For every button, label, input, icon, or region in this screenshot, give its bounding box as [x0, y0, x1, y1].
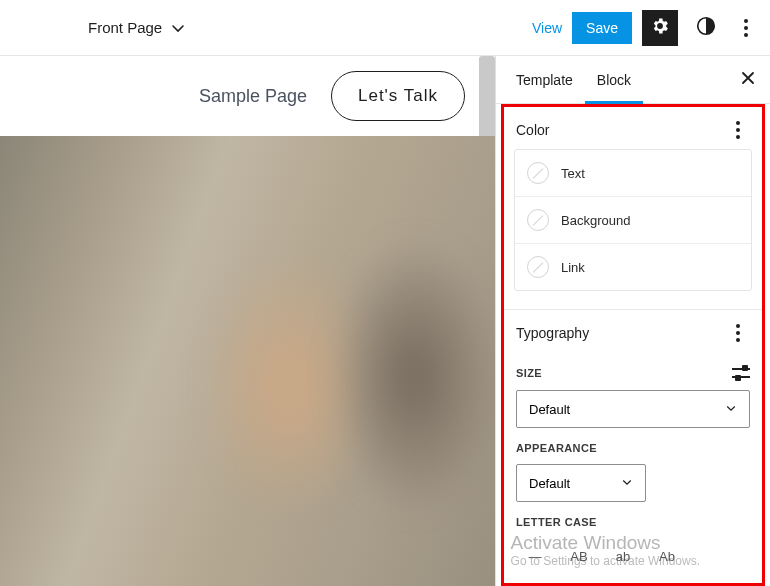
appearance-value: Default — [529, 476, 570, 491]
case-none-button[interactable]: — — [516, 540, 554, 572]
close-icon — [740, 72, 756, 89]
close-panel-button[interactable] — [734, 64, 762, 96]
save-button[interactable]: Save — [572, 12, 632, 44]
size-label-row: SIZE — [504, 352, 762, 386]
page-selector[interactable]: Front Page — [18, 19, 186, 36]
settings-button[interactable] — [642, 10, 678, 46]
color-title: Color — [516, 122, 549, 138]
color-item-text[interactable]: Text — [515, 150, 751, 197]
color-item-background[interactable]: Background — [515, 197, 751, 244]
chevron-down-icon — [621, 476, 633, 491]
more-menu-button[interactable] — [734, 19, 758, 37]
lettercase-label: LETTER CASE — [516, 516, 597, 528]
toolbar-actions: View Save — [532, 10, 758, 46]
color-label: Background — [561, 213, 630, 228]
swatch-icon — [527, 209, 549, 231]
panel-tabs: Template Block — [496, 56, 770, 104]
case-capitalize-button[interactable]: Ab — [648, 540, 686, 572]
styles-button[interactable] — [688, 10, 724, 46]
color-options: Text Background Link — [514, 149, 752, 291]
cta-button[interactable]: Let's Talk — [331, 71, 465, 121]
swatch-icon — [527, 162, 549, 184]
nav-link-sample[interactable]: Sample Page — [199, 86, 307, 107]
size-label: SIZE — [516, 367, 542, 379]
tab-template[interactable]: Template — [504, 56, 585, 103]
case-upper-button[interactable]: AB — [560, 540, 598, 572]
sliders-icon[interactable] — [732, 366, 750, 380]
letter-case-options: — AB ab Ab — [504, 534, 762, 572]
typography-title: Typography — [516, 325, 589, 341]
chevron-down-icon — [170, 20, 186, 36]
case-lower-button[interactable]: ab — [604, 540, 642, 572]
appearance-label: APPEARANCE — [516, 442, 597, 454]
swatch-icon — [527, 256, 549, 278]
scrollbar-thumb[interactable] — [479, 56, 495, 146]
color-menu-button[interactable] — [726, 121, 750, 139]
gear-icon — [650, 16, 670, 40]
appearance-select[interactable]: Default — [516, 464, 646, 502]
site-header: Sample Page Let's Talk — [0, 56, 495, 136]
settings-panel: Template Block Color Text Background — [495, 56, 770, 586]
editor-canvas: Sample Page Let's Talk — [0, 56, 495, 586]
color-label: Text — [561, 166, 585, 181]
tab-block[interactable]: Block — [585, 56, 643, 103]
size-value: Default — [529, 402, 570, 417]
top-toolbar: Front Page View Save — [0, 0, 770, 56]
contrast-icon — [695, 15, 717, 41]
hero-image — [0, 136, 495, 586]
main-area: Sample Page Let's Talk Template Block — [0, 56, 770, 586]
color-section-header: Color — [504, 107, 762, 149]
page-name: Front Page — [18, 19, 162, 36]
highlighted-region: Color Text Background Link Ty — [501, 104, 765, 586]
typography-section-header: Typography — [504, 310, 762, 352]
size-select[interactable]: Default — [516, 390, 750, 428]
typography-menu-button[interactable] — [726, 324, 750, 342]
appearance-label-row: APPEARANCE — [504, 428, 762, 460]
color-label: Link — [561, 260, 585, 275]
chevron-down-icon — [725, 402, 737, 417]
color-item-link[interactable]: Link — [515, 244, 751, 290]
view-link[interactable]: View — [532, 20, 562, 36]
lettercase-label-row: LETTER CASE — [504, 502, 762, 534]
